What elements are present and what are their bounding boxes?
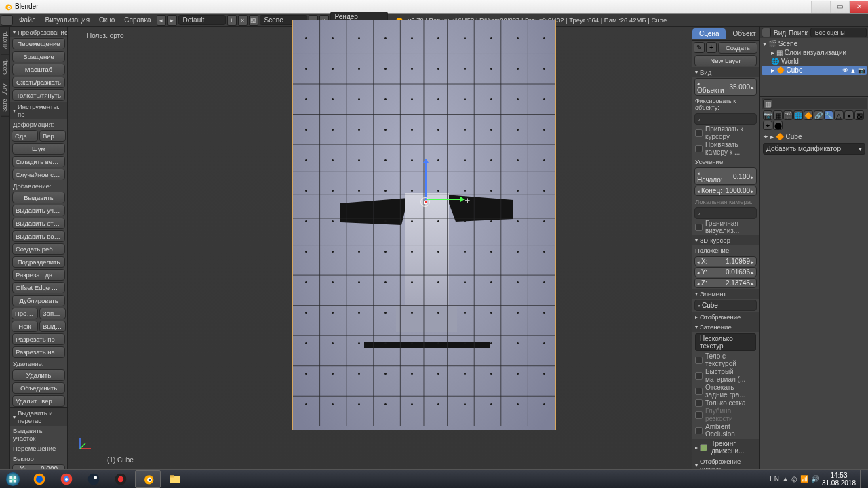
taskbar-clock[interactable]: 14:5331.08.2018 — [822, 472, 856, 487]
tool-shift[interactable]: Сдвинув — [12, 130, 38, 142]
scene-browse-icon[interactable]: ▨ — [249, 15, 258, 26]
panel-transform-header[interactable]: Преобразование — [10, 27, 67, 37]
tool-duplicate[interactable]: Дублировать — [12, 295, 65, 306]
tab-create[interactable]: Созд. — [1, 55, 9, 79]
tray-network-icon[interactable]: 📶 — [800, 475, 808, 483]
npanel-track-header[interactable]: Трекинг движени... — [692, 439, 759, 456]
tool-extrude-indiv[interactable]: Выдавить отде... — [12, 218, 65, 229]
tool-vertex[interactable]: Вершин — [39, 130, 66, 142]
breadcrumb-cube[interactable]: Cube — [786, 133, 802, 140]
tray-flag-icon[interactable]: ▲ — [782, 475, 789, 483]
lock-cursor-checkbox[interactable] — [695, 129, 703, 137]
add-modifier-dropdown[interactable]: Добавить модификатор▾ — [763, 143, 865, 155]
tab-uv[interactable]: Затен./UV — [1, 79, 9, 117]
texture-mode-dropdown[interactable]: Несколько текстур — [695, 333, 756, 351]
tool-fill[interactable]: Запол. — [39, 308, 66, 319]
npanel-elem-header[interactable]: Элемент — [692, 289, 759, 299]
tool-smooth[interactable]: Сгладить верш... — [12, 156, 65, 167]
backface-checkbox[interactable] — [695, 388, 703, 395]
gizmo-x-axis[interactable] — [427, 199, 464, 200]
menu-window[interactable]: Окно — [95, 15, 119, 25]
tool-select-knife[interactable]: Выдели — [39, 321, 66, 332]
window-minimize-button[interactable]: — — [811, 1, 830, 13]
fwd-button[interactable]: ▸ — [167, 15, 177, 26]
tray-steam-icon[interactable]: ◎ — [791, 475, 797, 483]
local-cam-field[interactable]: ▫ — [694, 207, 757, 219]
prop-world-icon[interactable]: 🌐 — [793, 110, 803, 120]
cursor-z-field[interactable]: Z:2.13745 — [694, 278, 757, 288]
npanel-cursor-header[interactable]: 3D-курсор — [692, 235, 759, 245]
brush-icon[interactable]: ✎ — [694, 42, 705, 53]
elem-name-field[interactable]: ▫ Cube — [694, 300, 757, 311]
menu-help[interactable]: Справка — [120, 15, 155, 25]
npanel-display-header[interactable]: Отображение — [692, 312, 759, 322]
new-layer-button[interactable]: New Layer — [694, 55, 757, 66]
only-mesh-checkbox[interactable] — [695, 399, 703, 407]
window-close-button[interactable]: ✕ — [849, 1, 868, 13]
tool-loopcut[interactable]: Разреза...двигом — [12, 269, 65, 281]
lock-object-field[interactable]: ▫ — [694, 113, 757, 125]
border-render-checkbox[interactable] — [695, 224, 703, 231]
taskbar-explorer[interactable] — [162, 470, 188, 488]
cursor-y-field[interactable]: Y:0.01696 — [694, 267, 757, 277]
tool-push[interactable]: Толкать/тянуть — [12, 89, 65, 101]
npanel-tab-object[interactable]: Объект — [726, 28, 760, 39]
npanel-tab-scene[interactable]: Сцена — [692, 28, 726, 39]
window-maximize-button[interactable]: ▭ — [830, 1, 849, 13]
outliner-editor-icon[interactable]: ☰ — [762, 28, 771, 37]
show-desktop-button[interactable] — [860, 470, 865, 488]
tool-random[interactable]: Случайное сме... — [12, 169, 65, 180]
npanel-shading-header[interactable]: Затенение — [692, 322, 759, 332]
tool-noise[interactable]: Шум — [12, 143, 65, 155]
prop-data-icon[interactable]: △ — [834, 110, 844, 120]
tool-scale[interactable]: Масштаб — [12, 64, 65, 75]
screen-layout-dropdown[interactable]: Default — [178, 15, 226, 25]
lang-indicator[interactable]: EN — [770, 475, 779, 483]
prop-texture-icon[interactable]: ▩ — [854, 110, 864, 120]
add-icon[interactable]: + — [706, 42, 717, 53]
dof-checkbox[interactable] — [695, 411, 703, 419]
tool-del-verts[interactable]: Удалит...вершины — [12, 395, 65, 407]
outliner-menu-search[interactable]: Поиск — [789, 29, 808, 37]
matcap-checkbox[interactable] — [695, 372, 703, 380]
props-editor-icon[interactable]: ▥ — [763, 99, 772, 108]
tab-tools[interactable]: Инстр. — [1, 27, 9, 55]
taskbar-chrome[interactable] — [54, 470, 79, 488]
tool-offset[interactable]: Offset Edge Slide — [12, 282, 65, 293]
lock-camera-checkbox[interactable] — [695, 145, 703, 152]
prop-render-icon[interactable]: 📷 — [763, 110, 772, 120]
tool-translate[interactable]: Перемещение — [12, 38, 65, 49]
panel-deform-header[interactable]: Инструменты: по — [10, 102, 67, 119]
outliner-menu-view[interactable]: Вид — [774, 29, 786, 37]
layout-add-button[interactable]: + — [227, 15, 237, 26]
npanel-view-header[interactable]: Вид — [692, 67, 759, 77]
tool-extrude-along[interactable]: Выдавить вовн... — [12, 230, 65, 242]
menu-file[interactable]: Файл — [15, 15, 40, 25]
gizmo-z-axis[interactable] — [425, 159, 427, 200]
tray-sound-icon[interactable]: 🔊 — [811, 475, 819, 483]
menu-render[interactable]: Визуализация — [41, 15, 94, 25]
tool-bisect[interactable]: Разрезать на 2 ... — [12, 346, 65, 358]
taskbar-firefox[interactable] — [26, 470, 52, 488]
outliner-tree[interactable]: ▾ 🎬Scene ▸ ▦Слои визуализации 🌐World ▸ 🔶… — [760, 38, 868, 96]
taskbar-record[interactable] — [108, 470, 134, 488]
tool-rotate[interactable]: Вращение — [12, 51, 65, 62]
tool-subdivide[interactable]: Подразделить — [12, 256, 65, 268]
editor-type-icon[interactable] — [1, 15, 13, 26]
tool-delete[interactable]: Удалить — [12, 369, 65, 381]
textured-solid-checkbox[interactable] — [695, 357, 703, 364]
prop-layers-icon[interactable]: ▦ — [773, 110, 783, 120]
prop-modifier-icon[interactable]: 🔧 — [824, 110, 833, 120]
tool-shrink[interactable]: Сжать/разжать — [12, 77, 65, 88]
prop-particles-icon[interactable]: ✦ — [763, 121, 772, 130]
taskbar-steam[interactable] — [81, 470, 106, 488]
tool-knife[interactable]: Нож — [12, 321, 38, 332]
layout-del-button[interactable]: × — [238, 15, 248, 26]
clip-start-field[interactable]: Начало:0.100 — [694, 167, 757, 185]
view3d-viewport[interactable]: Польз. орто (1) Cube — [68, 27, 692, 470]
tool-rip[interactable]: Создать ребро/... — [12, 243, 65, 255]
outliner-mode-dropdown[interactable]: Все сцены — [810, 28, 867, 37]
tool-extrude-region[interactable]: Выдавить участ... — [12, 205, 65, 216]
ao-checkbox[interactable] — [695, 427, 703, 434]
taskbar-blender[interactable] — [135, 470, 161, 488]
